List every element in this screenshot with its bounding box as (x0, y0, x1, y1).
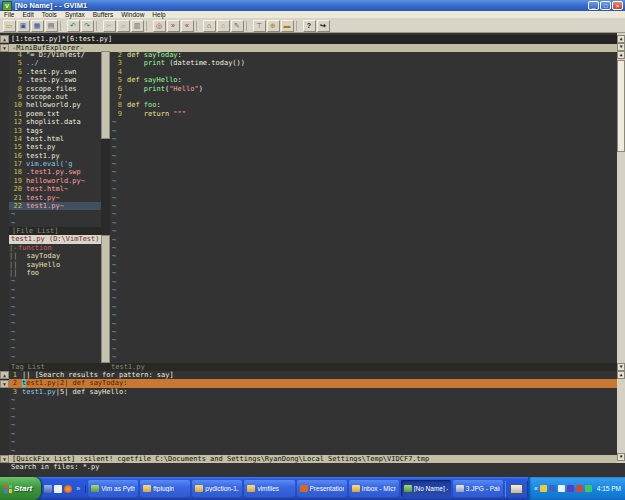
menu-item[interactable]: File (0, 11, 18, 19)
explorer-file-row[interactable]: 20test.html~ (9, 185, 101, 193)
scroll-up-button[interactable]: ▲ (617, 35, 625, 43)
context-help-icon[interactable]: ↪ (317, 20, 330, 32)
task-inbox[interactable]: Inbox - Micros... (349, 480, 399, 497)
quickfix-row[interactable]: 3test1.py|5| def sayHello: (9, 388, 617, 396)
vim-command-line[interactable]: Search in files: *.py (9, 463, 617, 477)
explorer-file-row[interactable]: 7.test.py.swo (9, 76, 101, 84)
app-tray-icon[interactable] (567, 485, 574, 492)
task-ftplugin[interactable]: ftplugin (140, 480, 190, 497)
explorer-file-row[interactable]: 8cscope.files (9, 85, 101, 93)
explorer-file-row[interactable]: 13tags (9, 127, 101, 135)
code-line[interactable]: 9 return """ (110, 110, 617, 118)
menu-item[interactable]: Window (117, 11, 148, 19)
chevron-left-icon[interactable]: « (534, 485, 538, 492)
save-icon[interactable]: ▣ (17, 20, 30, 32)
taglist-row[interactable]: || sayHello (9, 261, 101, 269)
save-session-icon[interactable]: ⌂ (217, 20, 230, 32)
code-line[interactable]: 6 print("Hello") (110, 85, 617, 93)
explorer-file-row[interactable]: 10helloworld.py (9, 101, 101, 109)
minimize-button[interactable]: _ (588, 1, 599, 10)
explorer-file-row[interactable]: 19helloworld.py~ (9, 177, 101, 185)
find-prev-icon[interactable]: « (181, 20, 194, 32)
explorer-file-row[interactable]: 18.test1.py.swp (9, 168, 101, 176)
explorer-file-row[interactable]: 12shoplist.data (9, 118, 101, 126)
taglist-row[interactable]: |-function (9, 244, 101, 252)
open-icon[interactable]: ▭ (3, 20, 16, 32)
chevron-right-icon[interactable]: » (74, 485, 82, 492)
taglist-row[interactable]: || sayToday (9, 252, 101, 260)
explorer-file-row[interactable]: 4"= D:/VimTest/ (9, 51, 101, 59)
menu-item[interactable]: Edit (18, 11, 37, 19)
explorer-file-row[interactable]: 5../ (9, 59, 101, 67)
document-icon[interactable] (54, 485, 62, 493)
task-gvim[interactable]: [No Name] - ... (401, 480, 451, 497)
scrollbar-thumb[interactable] (101, 51, 110, 139)
quickfix-row[interactable]: 2test1.py|2| def sayToday: (9, 379, 617, 387)
explorer-file-row[interactable]: 22test1.py~ (9, 202, 101, 210)
save-all-icon[interactable]: ▦ (31, 20, 44, 32)
code-line[interactable]: 4 (110, 68, 617, 76)
toolbar-button[interactable] (96, 21, 100, 31)
code-line[interactable]: 5def sayHello: (110, 76, 617, 84)
scroll-up-button[interactable]: ▲ (0, 371, 9, 379)
shield-icon[interactable] (585, 485, 592, 492)
task-pydiction[interactable]: pydiction-1.2 (192, 480, 242, 497)
toolbar-button[interactable] (146, 21, 150, 31)
task-vimfiles[interactable]: vimfiles (244, 480, 294, 497)
menu-item[interactable]: Buffers (89, 11, 117, 19)
code-line[interactable]: 2def sayToday: (110, 51, 617, 59)
taglist-selected-file[interactable]: test1.py (D:\VimTest) (9, 235, 101, 243)
explorer-file-row[interactable]: 9cscope.out (9, 93, 101, 101)
scroll-down-button[interactable]: ▼ (617, 453, 625, 461)
print-icon[interactable]: ▤ (45, 20, 58, 32)
menu-item[interactable]: Tools (38, 11, 61, 19)
scroll-down-button[interactable]: ▼ (617, 363, 625, 371)
restore-button[interactable]: □ (600, 1, 611, 10)
network-icon[interactable] (549, 485, 556, 492)
title-bar[interactable]: V [No Name] - - GVIM1 _ □ × (0, 0, 625, 11)
toolbar-button[interactable] (60, 21, 64, 31)
show-desktop-icon[interactable] (44, 485, 52, 493)
explorer-file-row[interactable]: 21test.py~ (9, 194, 101, 202)
paste-icon[interactable]: ▥ (131, 20, 144, 32)
tag-jump-icon[interactable]: ▬ (281, 20, 294, 32)
scroll-down-button[interactable]: ▼ (0, 380, 9, 388)
explorer-file-row[interactable]: 17vim.eval('g (9, 160, 101, 168)
explorer-file-row[interactable]: 11poem.txt (9, 110, 101, 118)
code-line[interactable]: 7 (110, 93, 617, 101)
scroll-down-button[interactable]: ▼ (0, 455, 9, 463)
toolbar-button[interactable] (246, 21, 250, 31)
toolbar-button[interactable] (296, 21, 300, 31)
help-icon[interactable]: ? (303, 20, 316, 32)
right-scrollbar[interactable]: ▲ ▼ ▲ ▼ ▲ ▼ (617, 33, 625, 463)
redo-icon[interactable]: ↷ (81, 20, 94, 32)
code-line[interactable]: 8def foo: (110, 101, 617, 109)
scrollbar-thumb[interactable] (617, 60, 625, 152)
start-button[interactable]: Start (0, 477, 41, 500)
taglist-row[interactable]: || foo (9, 269, 101, 277)
quickfix-row[interactable]: 1|| [Search results for pattern: say] (9, 371, 617, 379)
scroll-up-button[interactable]: ▲ (0, 35, 9, 43)
scroll-down-button[interactable]: ▼ (0, 44, 9, 52)
load-session-icon[interactable]: ⌂ (203, 20, 216, 32)
printer-icon[interactable] (510, 484, 523, 494)
close-button[interactable]: × (612, 1, 623, 10)
undo-icon[interactable]: ↶ (67, 20, 80, 32)
scroll-down-button[interactable]: ▼ (617, 43, 625, 51)
run-ctags-icon[interactable]: ⊕ (267, 20, 280, 32)
menu-item[interactable]: Help (148, 11, 169, 19)
task-vim-as-python[interactable]: Vim as Python ... (88, 480, 138, 497)
messenger-icon[interactable] (540, 485, 547, 492)
find-next-icon[interactable]: » (167, 20, 180, 32)
scroll-up-button[interactable]: ▲ (617, 51, 625, 59)
browser-icon[interactable] (64, 485, 72, 493)
explorer-file-row[interactable]: 6.test.py.swn (9, 68, 101, 76)
scrollbar-thumb[interactable] (101, 235, 110, 363)
document-tray-icon[interactable] (558, 485, 565, 492)
toolbar-button[interactable] (196, 21, 200, 31)
task-presentation[interactable]: Presentation - ... (297, 480, 347, 497)
explorer-file-row[interactable]: 14test.html (9, 135, 101, 143)
code-line[interactable]: 3 print (datetime.today()) (110, 59, 617, 67)
run-script-icon[interactable]: ✎ (231, 20, 244, 32)
cut-icon[interactable]: ✂ (103, 20, 116, 32)
